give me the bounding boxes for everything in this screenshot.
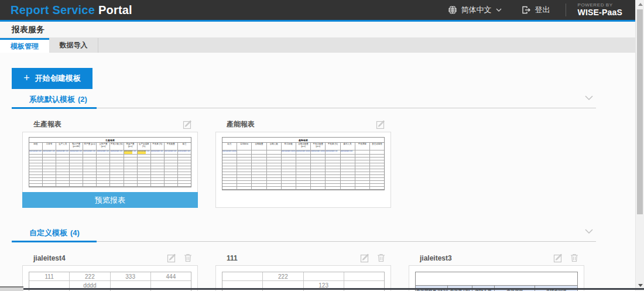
template-preview-card[interactable]: 生產報表时段工单号生产人员预计产量 (pcs/时)投产量 (pcs)实际产量 (… [22, 132, 198, 208]
system-template-cards: 生產報表 生產報表时段工单号生产人员预计产量 (pcs/时)投产量 (pcs)实… [22, 117, 635, 208]
edit-icon[interactable] [553, 253, 563, 263]
plus-icon: + [23, 72, 30, 84]
table-part: 时段 [29, 143, 43, 150]
table-part [311, 187, 326, 190]
topbar-divider [566, 4, 566, 16]
table-part: workorder.sel [165, 150, 178, 155]
table-part: 222 [263, 272, 303, 281]
section-title: 自定义模板 [29, 228, 67, 238]
table-part: workorder.sel [124, 150, 138, 155]
edit-icon[interactable] [167, 253, 177, 263]
custom-template-cards: jialeitest4 111222333444dddd [22, 251, 635, 291]
globe-icon [448, 5, 457, 15]
table-part [178, 184, 191, 187]
scrollbar-down-arrow[interactable] [638, 284, 643, 287]
table-part: workorder.sel [151, 150, 165, 155]
table-part: 不良率 (%) [151, 143, 165, 150]
tab-data-import[interactable]: 数据导入 [49, 38, 98, 53]
table-part [267, 187, 282, 190]
table-part [267, 150, 282, 155]
section-custom-templates-header: 自定义模板 (4) [0, 228, 635, 238]
template-preview-card[interactable]: 不良品数量 (pcs)不良率 (%)操作人员不良原因责任者回馈 [409, 265, 584, 291]
table-part: 报废产量 (pcs) [124, 143, 138, 150]
tab-bar: 模板管理 数据导入 [0, 38, 635, 53]
tab-template-management[interactable]: 模板管理 [0, 38, 49, 53]
table-part [222, 272, 263, 281]
table-part: 工单号 [43, 143, 56, 150]
table-part: 生产达成率 (%) [138, 143, 151, 150]
table-part: 站点百旧时间合格数量合格人数投工时数合格总数量 (pcs)不良品数量 (pcs)… [222, 143, 384, 150]
table-part: 111222333444 [29, 272, 191, 281]
table-part: 222 [222, 272, 384, 281]
scrollbar-up-arrow[interactable] [638, 3, 643, 6]
template-card-jialeitest3: jialeitest3 不良品数量 (pcs)不良率 (%)操作人员不良原因 [409, 251, 584, 291]
table-part: 不良计数 (件) [110, 143, 124, 150]
page-title: 报表服务 [12, 25, 44, 35]
template-preview-card[interactable]: 產能報表站点百旧时间合格数量合格人数投工时数合格总数量 (pcs)不良品数量 (… [215, 132, 391, 208]
edit-icon[interactable] [183, 119, 193, 129]
table-part: 备注 [178, 143, 191, 150]
table-part [83, 184, 97, 187]
table-part: 投产量 (pcs) [83, 143, 97, 150]
mini-report-table: 產能報表站点百旧时间合格数量合格人数投工时数合格总数量 (pcs)不良品数量 (… [222, 137, 385, 190]
table-part: 不良原因 [355, 143, 370, 150]
section-count: (2) [78, 95, 87, 104]
table-part: workorder.sel [341, 150, 355, 155]
table-part [296, 187, 311, 190]
table-part: 不良品数量 (pcs) [311, 143, 326, 150]
language-label: 简体中文 [461, 5, 492, 15]
vertical-scrollbar[interactable] [635, 0, 644, 291]
delete-icon[interactable] [570, 253, 579, 263]
collapse-chevron-icon[interactable] [585, 229, 593, 234]
create-template-button[interactable]: + 开始创建模板 [12, 68, 93, 89]
table-part [56, 184, 70, 187]
delete-icon[interactable] [376, 253, 386, 263]
table-part [282, 187, 296, 190]
table-part [29, 184, 43, 187]
edit-icon[interactable] [376, 119, 386, 129]
table-part: 生产人员 [56, 143, 70, 150]
create-template-label: 开始创建模板 [35, 73, 81, 84]
table-part: 时段工单号生产人员预计产量 (pcs/时)投产量 (pcs)实际产量 (pcs)… [29, 143, 191, 150]
edit-icon[interactable] [360, 253, 370, 263]
window-bottom-edge [23, 288, 644, 290]
template-card-jialeitest4: jialeitest4 111222333444dddd [22, 251, 198, 291]
divider-line [12, 108, 596, 108]
preview-report-label: 预览报表 [95, 195, 125, 206]
table-part: workorder.se [326, 150, 340, 155]
table-part: 投工时数 [282, 143, 296, 150]
table-part: workorder.sel [70, 150, 83, 155]
table-part [237, 150, 252, 155]
template-name: 111 [227, 254, 238, 262]
scrollbar-thumb[interactable] [637, 9, 643, 214]
tab-label: 模板管理 [11, 42, 39, 52]
section-title: 系统默认模板 [29, 94, 75, 105]
card-actions [167, 253, 193, 263]
table-part [355, 150, 370, 155]
template-preview-card[interactable]: 222123 [215, 265, 391, 291]
table-part: workorder.selec1 [296, 150, 311, 155]
section-divider [12, 107, 596, 109]
table-part: 不良率 (%) [326, 143, 340, 150]
divider-line [12, 241, 596, 242]
table-part: workorder.sel [29, 150, 43, 155]
template-preview-card[interactable]: 111222333444dddd [22, 265, 198, 291]
table-part [222, 187, 237, 190]
language-selector[interactable]: 简体中文 [448, 5, 506, 15]
table-part [252, 187, 266, 190]
preview-report-button[interactable]: 预览报表 [22, 192, 198, 208]
divider-accent [12, 107, 97, 109]
table-part: 111 [29, 272, 70, 281]
logout-button[interactable]: 登出 [521, 5, 550, 15]
card-label-row: 111 [215, 251, 391, 265]
delete-icon[interactable] [183, 253, 193, 263]
powered-by-logo: POWERED BY WISE-PaaS [578, 3, 623, 16]
table-part: workorder.sel [43, 150, 56, 155]
table-part: 生產報表 [29, 138, 191, 143]
collapse-chevron-icon[interactable] [585, 95, 593, 101]
template-card-capacity-report: 產能報表 產能報表站点百旧时间合格数量合格人数投工时数合格总数量 (pcs)不良… [215, 117, 391, 208]
table-part [97, 184, 110, 187]
card-actions [553, 253, 579, 263]
table-part: workorder.sel [138, 150, 151, 155]
table-part: 站点 [222, 143, 237, 150]
